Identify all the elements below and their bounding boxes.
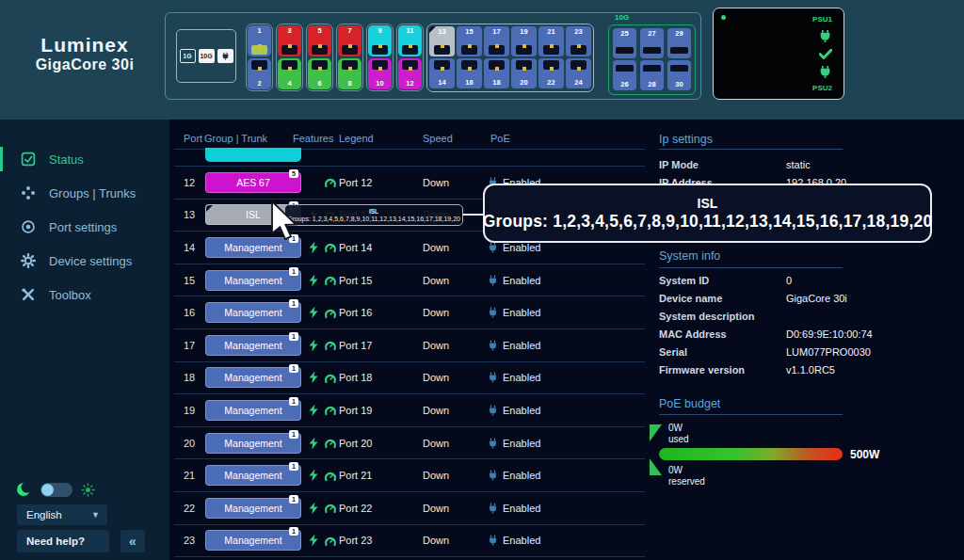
legend-poe-icon xyxy=(217,49,233,63)
switch-port[interactable]: 6 xyxy=(308,58,331,89)
switch-port[interactable]: 12 xyxy=(398,58,422,89)
port-number: 16 xyxy=(465,79,473,87)
link-check-icon xyxy=(819,49,832,59)
switch-port-sfp[interactable]: 30 xyxy=(667,60,691,90)
sidebar-item-device-settings[interactable]: Device settings xyxy=(0,244,169,278)
info-value: 0 xyxy=(786,275,792,286)
switch-port-sfp[interactable]: 27 xyxy=(640,28,664,58)
switch-port-sfp[interactable]: 26 xyxy=(613,60,636,90)
rj45-icon xyxy=(570,60,586,70)
psu1-label: PSU1 xyxy=(812,15,832,24)
table-row[interactable]: 17 Management 1 Port 17 Down xyxy=(174,329,645,362)
switch-port[interactable]: 17 xyxy=(484,26,509,56)
language-value: English xyxy=(26,509,62,520)
sidebar-item-toolbox[interactable]: Toolbox xyxy=(0,278,169,312)
switch-port[interactable]: 16 xyxy=(457,58,482,88)
switch-port-sfp[interactable]: 28 xyxy=(640,60,664,90)
port-speed: Down xyxy=(423,242,449,253)
table-row[interactable]: 20 Management 1 Port 20 Down xyxy=(174,427,645,460)
group-chip[interactable]: Management 1 xyxy=(205,335,301,356)
port-legend-text: Port 18 xyxy=(339,372,372,383)
group-count-badge: 1 xyxy=(289,430,298,439)
switch-port[interactable]: 4 xyxy=(278,58,301,89)
bandwidth-gauge-icon xyxy=(324,307,337,318)
toolbox-icon xyxy=(21,287,36,302)
port-number: 2 xyxy=(257,80,261,88)
switch-port-sfp[interactable]: 25 xyxy=(613,28,636,58)
table-row[interactable]: 16 Management 1 Port 16 Down xyxy=(174,296,645,329)
psu2-plug-icon xyxy=(818,65,832,78)
port-number: 9 xyxy=(378,27,381,35)
port-number: 17 xyxy=(492,28,500,36)
port-pair: 17 18 xyxy=(484,26,509,89)
switch-port[interactable]: 2 xyxy=(248,58,271,89)
sidebar-item-groups-trunks[interactable]: Groups | Trunks xyxy=(0,176,169,210)
info-row: Firmware version v1.1.0RC5 xyxy=(659,364,941,381)
switch-port[interactable]: 14 xyxy=(429,58,455,88)
port-pairs-13-24: 13 14 15 xyxy=(426,24,594,92)
poe-status-text: Enabled xyxy=(503,242,540,253)
theme-toggle-row xyxy=(15,481,95,498)
rlinkx-bolt-icon xyxy=(309,274,318,286)
switch-port[interactable]: 20 xyxy=(511,58,537,88)
table-row[interactable]: 21 Management 1 Port 21 Down xyxy=(174,459,645,492)
switch-port[interactable]: 15 xyxy=(457,26,482,56)
port-number: 10 xyxy=(376,80,383,88)
need-help-button[interactable]: Need help? xyxy=(17,530,109,552)
group-chip[interactable]: Management 1 xyxy=(205,530,301,551)
group-chip[interactable]: Management 1 xyxy=(205,465,301,486)
switch-port[interactable]: 18 xyxy=(484,58,509,88)
switch-port[interactable]: 9 xyxy=(368,25,392,56)
group-chip[interactable]: Management 1 xyxy=(205,367,301,388)
port-pair: 7 8 xyxy=(336,24,363,91)
port-number: 7 xyxy=(347,27,351,35)
port-number: 15 xyxy=(184,275,195,286)
group-chip[interactable]: Management 1 xyxy=(205,302,301,323)
group-chip[interactable]: Management 1 xyxy=(205,433,301,454)
group-name: Management xyxy=(224,438,281,449)
bandwidth-gauge-icon xyxy=(324,438,337,449)
switch-port[interactable]: 19 xyxy=(511,26,537,56)
switch-port[interactable]: 24 xyxy=(566,58,591,88)
switch-port[interactable]: 1 xyxy=(248,25,271,56)
switch-port[interactable]: 11 xyxy=(398,25,422,56)
collapse-sidebar-button[interactable]: « xyxy=(120,530,145,552)
group-chip[interactable]: AES 67 5 xyxy=(205,172,301,193)
psu-status-panel: PSU1 PSU2 xyxy=(713,8,844,100)
table-row[interactable]: 22 Management 1 Port 22 Down xyxy=(174,492,645,525)
group-name: ISL xyxy=(246,209,261,220)
groups-icon xyxy=(21,185,36,200)
switch-port[interactable]: 10 xyxy=(368,58,392,89)
sidebar-item-port-settings[interactable]: Port settings xyxy=(0,210,169,244)
group-chip[interactable]: Management 1 xyxy=(205,498,301,519)
table-row[interactable]: 23 Management 1 Port 23 Down xyxy=(174,525,645,558)
language-select[interactable]: English ▼ xyxy=(17,504,107,525)
table-row[interactable]: 18 Management 1 Port 18 Down xyxy=(174,362,645,395)
group-chip[interactable]: Management 1 xyxy=(205,400,301,421)
psu-indicators: PSU1 PSU2 xyxy=(812,15,832,92)
theme-toggle-switch[interactable] xyxy=(40,483,72,497)
bandwidth-gauge-icon xyxy=(324,535,337,546)
table-row[interactable]: 15 Management 1 Port 15 Down xyxy=(174,264,645,297)
table-row[interactable]: 19 Management 1 Port 19 Down xyxy=(174,394,645,427)
group-chip[interactable]: Management 1 xyxy=(205,270,301,291)
switch-port[interactable]: 5 xyxy=(308,25,331,56)
poe-used-marker xyxy=(650,424,662,441)
sidebar-item-status[interactable]: Status xyxy=(0,142,169,176)
switch-port[interactable]: 3 xyxy=(278,25,301,56)
switch-port[interactable]: 21 xyxy=(538,26,564,56)
sidebar-item-label: Port settings xyxy=(49,220,117,234)
port-number: 21 xyxy=(547,28,554,36)
switch-port[interactable]: 13 xyxy=(429,26,455,56)
switch-port[interactable]: 23 xyxy=(566,26,591,56)
switch-port[interactable]: 22 xyxy=(538,58,564,88)
partial-row-11-chip[interactable] xyxy=(205,148,301,162)
switch-port[interactable]: 7 xyxy=(338,25,362,56)
col-header-features: Features xyxy=(293,133,333,144)
switch-port-sfp[interactable]: 29 xyxy=(667,28,691,58)
port-speed: Down xyxy=(423,405,449,416)
switch-port[interactable]: 8 xyxy=(338,58,362,89)
bandwidth-gauge-icon xyxy=(324,275,337,286)
feature-icons xyxy=(309,372,337,384)
sidebar-item-label: Status xyxy=(49,152,84,167)
